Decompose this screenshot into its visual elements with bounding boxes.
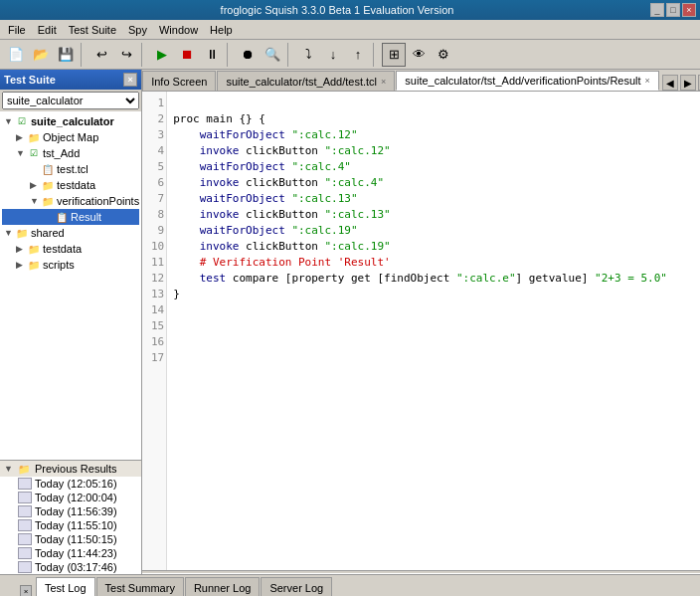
tree-label-testdata1: testdata (57, 179, 95, 191)
separator5 (373, 43, 379, 67)
separator1 (81, 43, 87, 67)
step-into-button[interactable]: ↓ (321, 43, 345, 67)
layout-button[interactable]: ⊞ (382, 43, 406, 67)
step-out-button[interactable]: ↑ (346, 43, 370, 67)
prev-result-icon-4 (18, 519, 32, 531)
menu-spy[interactable]: Spy (122, 22, 153, 38)
forward-button[interactable]: ↪ (114, 43, 138, 67)
tree-item-testdata1[interactable]: ▶ 📁 testdata (2, 177, 139, 193)
code-content[interactable]: proc main {} { waitForObject ":calc.12" … (167, 92, 700, 570)
bottom-tab-serverlog-label: Server Log (269, 582, 323, 594)
tree-label-result: Result (71, 211, 101, 223)
tree-item-objectmap[interactable]: ▶ 📁 Object Map (2, 129, 139, 145)
save-button[interactable]: 💾 (54, 43, 78, 67)
tree-label-test-tcl: test.tcl (57, 163, 88, 175)
tree-item-suite-calculator[interactable]: ▼ ☑ suite_calculator (2, 113, 139, 129)
prev-result-3[interactable]: Today (11:56:39) (0, 504, 141, 518)
prev-result-5[interactable]: Today (11:50:15) (0, 532, 141, 546)
tab-test-tcl[interactable]: suite_calculator/tst_Add/test.tcl × (217, 71, 395, 91)
menu-edit[interactable]: Edit (32, 22, 63, 38)
menu-file[interactable]: File (2, 22, 32, 38)
prev-result-icon-6 (18, 547, 32, 559)
record-button[interactable]: ⏺ (236, 43, 260, 67)
previous-results-list: Today (12:05:16) Today (12:00:04) Today … (0, 477, 141, 574)
stop-button[interactable]: ⏹ (175, 43, 199, 67)
tree-item-scripts[interactable]: ▶ 📁 scripts (2, 257, 139, 273)
settings-button[interactable]: ⚙ (432, 43, 455, 67)
testsuite-close[interactable]: × (123, 73, 137, 87)
tab-result[interactable]: suite_calculator/tst_Add/verificationPoi… (396, 71, 659, 91)
bottom-tab-serverlog[interactable]: Server Log (261, 577, 332, 596)
tree-label-testdata2: testdata (43, 243, 82, 255)
step-over-button[interactable]: ⤵ (296, 43, 320, 67)
titlebar-controls[interactable]: _ □ × (650, 3, 696, 17)
minimize-button[interactable]: _ (650, 3, 664, 17)
tree-item-verificationpoints[interactable]: ▼ 📁 verificationPoints (2, 193, 139, 209)
prev-result-2[interactable]: Today (12:00:04) (0, 491, 141, 504)
code-line-8: waitForObject ":calc.19" (173, 224, 357, 237)
tree-item-test-tcl[interactable]: ▶ 📋 test.tcl (2, 161, 139, 177)
prev-result-4[interactable]: Today (11:55:10) (0, 518, 141, 532)
close-button[interactable]: × (682, 3, 696, 17)
tab-close-result[interactable]: × (645, 76, 650, 86)
menu-help[interactable]: Help (204, 22, 239, 38)
bottom-tab-runnerlog-label: Runner Log (194, 582, 252, 594)
expand-icon: ▼ (4, 116, 14, 126)
open-button[interactable]: 📂 (29, 43, 53, 67)
tab-close-test-tcl[interactable]: × (381, 77, 386, 87)
bottom-tabs-bar: × Test Log Test Summary Runner Log Serve… (0, 575, 700, 596)
menu-window[interactable]: Window (153, 22, 204, 38)
menu-testsuite[interactable]: Test Suite (63, 22, 122, 38)
code-line-12: } (173, 288, 180, 300)
code-line-7: invoke clickButton ":calc.13" (173, 208, 391, 221)
maximize-button[interactable]: □ (666, 3, 680, 17)
separator4 (287, 43, 293, 67)
bottom-tab-testsummary[interactable]: Test Summary (96, 577, 184, 596)
toolbar: 📄 📂 💾 ↩ ↪ ▶ ⏹ ⏸ ⏺ 🔍 ⤵ ↓ ↑ ⊞ 👁 ⚙ (0, 40, 700, 70)
tree-item-result[interactable]: ▶ 📋 Result (2, 209, 139, 225)
testsuite-select[interactable]: suite_calculator (2, 92, 139, 109)
expand-icon-vp: ▼ (30, 196, 40, 206)
code-line-11: test compare [property get [findObject "… (173, 272, 667, 285)
expand-icon-tst-add: ▼ (16, 148, 26, 158)
prev-result-7[interactable]: Today (03:17:46) (0, 560, 141, 574)
run-button[interactable]: ▶ (150, 43, 174, 67)
folder-icon-testdata1: 📁 (41, 178, 55, 192)
bottom-panel: × Test Log Test Summary Runner Log Serve… (0, 574, 700, 596)
prev-result-icon-3 (18, 505, 32, 517)
tree-label-objectmap: Object Map (43, 131, 98, 143)
tree-item-testdata2[interactable]: ▶ 📁 testdata (2, 241, 139, 257)
code-line-5: invoke clickButton ":calc.4" (173, 176, 384, 189)
separator3 (227, 43, 233, 67)
inspect-button[interactable]: 🔍 (261, 43, 284, 67)
testsuite-dropdown-wrapper[interactable]: suite_calculator (0, 90, 141, 111)
spy-button[interactable]: 👁 (407, 43, 431, 67)
bottom-close-button[interactable]: × (20, 585, 32, 596)
prev-result-icon-1 (18, 478, 32, 490)
previous-results-header[interactable]: ▼ 📁 Previous Results (0, 460, 141, 477)
pause-button[interactable]: ⏸ (200, 43, 224, 67)
bottom-tab-testlog[interactable]: Test Log (36, 577, 95, 596)
titlebar-title: froglogic Squish 3.3.0 Beta 1 Evaluation… (24, 4, 650, 16)
back-button[interactable]: ↩ (89, 43, 113, 67)
tree-label-tst-add: tst_Add (43, 147, 80, 159)
horizontal-splitter[interactable] (142, 570, 700, 574)
tab-nav-left[interactable]: ◀ (662, 75, 678, 91)
bottom-tab-testlog-label: Test Log (45, 582, 87, 594)
prev-expand-icon: ▼ (4, 464, 14, 474)
prev-result-6[interactable]: Today (11:44:23) (0, 546, 141, 560)
titlebar: froglogic Squish 3.3.0 Beta 1 Evaluation… (0, 0, 700, 20)
new-button[interactable]: 📄 (4, 43, 28, 67)
bottom-tab-runnerlog[interactable]: Runner Log (185, 577, 261, 596)
testsuite-tree: ▼ ☑ suite_calculator ▶ 📁 Object Map ▼ ☑ … (0, 111, 141, 460)
prev-result-1[interactable]: Today (12:05:16) (0, 477, 141, 491)
expand-icon-objectmap: ▶ (16, 132, 26, 142)
tree-item-tst-add[interactable]: ▼ ☑ tst_Add (2, 145, 139, 161)
tree-item-shared[interactable]: ▼ 📁 shared (2, 225, 139, 241)
folder-icon-vp: 📁 (41, 194, 55, 208)
tree-label-scripts: scripts (43, 259, 75, 271)
tab-info-screen[interactable]: Info Screen (142, 71, 216, 91)
tab-label-test-tcl: suite_calculator/tst_Add/test.tcl (226, 76, 377, 88)
tab-nav-right[interactable]: ▶ (680, 75, 696, 91)
folder-icon-scripts: 📁 (27, 258, 41, 272)
